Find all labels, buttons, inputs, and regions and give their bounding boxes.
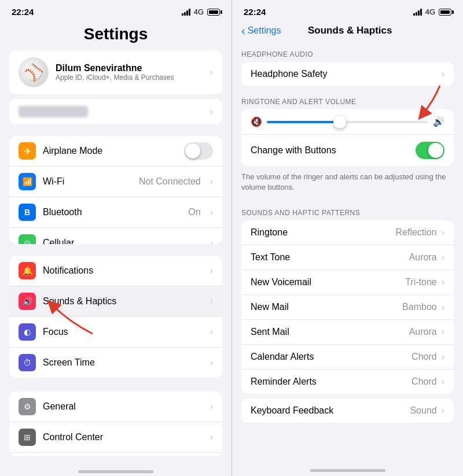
general-chevron-icon: ›: [210, 401, 213, 412]
focus-item[interactable]: ◐ Focus ›: [9, 317, 222, 348]
signal-icon: [182, 9, 190, 16]
ringtone-volume-container: RINGTONE AND ALERT VOLUME: [232, 88, 463, 109]
ringtone-chevron-icon: ›: [442, 227, 444, 238]
change-with-buttons-label: Change with Buttons: [251, 145, 416, 156]
back-button[interactable]: ‹ Settings: [241, 25, 281, 36]
keyboard-feedback-card: Keyboard Feedback Sound ›: [241, 398, 454, 423]
notifications-item[interactable]: 🔔 Notifications ›: [9, 256, 222, 286]
notifications-label: Notifications: [43, 265, 203, 276]
reminder-alerts-chevron-icon: ›: [442, 377, 444, 387]
new-mail-label: New Mail: [251, 302, 398, 312]
text-tone-item[interactable]: Text Tone Aurora ›: [241, 245, 454, 270]
screen-time-label: Screen Time: [43, 357, 203, 368]
screen-time-icon: ⏱: [19, 354, 36, 371]
ringtone-section-header: RINGTONE AND ALERT VOLUME: [232, 88, 463, 109]
control-center-label: Control Center: [43, 432, 203, 442]
keyboard-feedback-chevron-icon: ›: [442, 405, 444, 416]
profile-chevron-icon: ›: [210, 67, 213, 78]
screen-time-chevron-icon: ›: [210, 357, 213, 368]
profile-card[interactable]: ⚾ Dilum Senevirathne Apple ID, iCloud+, …: [9, 50, 222, 94]
new-mail-item[interactable]: New Mail Bamboo ›: [241, 295, 454, 320]
sounds-icon: 🔊: [19, 293, 36, 310]
sounds-chevron-icon: ›: [210, 296, 213, 307]
calendar-alerts-chevron-icon: ›: [442, 352, 444, 362]
right-phone: 22:24 4G ‹ Settings Sounds & Haptics HEA…: [232, 0, 463, 476]
headphone-safety-chevron-icon: ›: [442, 69, 444, 79]
new-voicemail-label: New Voicemail: [251, 277, 400, 287]
change-with-buttons-toggle[interactable]: [416, 142, 444, 159]
home-bar: [78, 470, 153, 473]
bluetooth-item[interactable]: B Bluetooth On ›: [9, 197, 222, 228]
left-phone: 22:24 4G Settings ⚾ Dilum Senevirathne A…: [0, 0, 232, 476]
cellular-item[interactable]: ◎ Cellular ›: [9, 228, 222, 244]
bluetooth-value: On: [188, 207, 200, 217]
right-battery-icon: [439, 9, 451, 16]
blurred-content: [19, 106, 88, 117]
second-profile-row[interactable]: ›: [9, 99, 222, 124]
sent-mail-item[interactable]: Sent Mail Aurora ›: [241, 320, 454, 345]
control-center-icon: ⊞: [19, 429, 36, 446]
display-brightness-item[interactable]: AA Display & Brightness ›: [9, 453, 222, 456]
airplane-mode-item[interactable]: ✈ Airplane Mode: [9, 136, 222, 167]
sounds-patterns-header: SOUNDS AND HAPTIC PATTERNS: [232, 200, 463, 220]
slider-thumb[interactable]: [333, 116, 346, 128]
volume-slider[interactable]: [267, 121, 428, 123]
sounds-label: Sounds & Haptics: [43, 296, 203, 307]
general-group: ⚙ General › ⊞ Control Center › AA Displa…: [9, 392, 222, 456]
reminder-alerts-value: Chord: [411, 377, 437, 387]
ringtone-value: Reflection: [396, 227, 437, 238]
left-home-indicator: [0, 468, 232, 476]
slider-fill: [267, 121, 340, 123]
profile-name: Dilum Senevirathne: [56, 63, 203, 73]
new-voicemail-item[interactable]: New Voicemail Tri-tone ›: [241, 270, 454, 295]
bluetooth-icon: B: [19, 204, 36, 221]
change-with-buttons-row: Change with Buttons: [251, 142, 444, 159]
new-voicemail-value: Tri-tone: [405, 277, 437, 287]
text-tone-chevron-icon: ›: [442, 252, 444, 263]
cellular-icon: ◎: [19, 234, 36, 244]
battery-icon: [207, 9, 220, 16]
reminder-alerts-item[interactable]: Reminder Alerts Chord ›: [241, 370, 454, 394]
left-status-bar: 22:24 4G: [0, 0, 232, 20]
right-signal-icon: [413, 9, 422, 16]
back-label: Settings: [248, 25, 281, 36]
screen-time-item[interactable]: ⏱ Screen Time ›: [9, 348, 222, 378]
calendar-alerts-value: Chord: [411, 352, 437, 362]
second-row-chevron-icon: ›: [210, 106, 213, 117]
right-time: 22:24: [244, 7, 266, 17]
calendar-alerts-label: Calendar Alerts: [251, 352, 407, 362]
nav-bar: ‹ Settings Sounds & Haptics: [232, 20, 463, 41]
sounds-haptics-item[interactable]: 🔊 Sounds & Haptics ›: [9, 286, 222, 317]
cellular-label: Cellular: [43, 238, 203, 244]
notifications-chevron-icon: ›: [210, 265, 213, 276]
bluetooth-label: Bluetooth: [43, 207, 181, 217]
bluetooth-chevron-icon: ›: [210, 207, 213, 217]
sent-mail-chevron-icon: ›: [442, 327, 444, 337]
keyboard-feedback-label: Keyboard Feedback: [251, 405, 405, 416]
wifi-item[interactable]: 📶 Wi-Fi Not Connected ›: [9, 167, 222, 197]
notifications-group: 🔔 Notifications › 🔊 Sounds & Haptics › ◐…: [9, 256, 222, 378]
reminder-alerts-label: Reminder Alerts: [251, 377, 407, 387]
right-network-label: 4G: [425, 8, 435, 16]
headphone-safety-item[interactable]: Headphone Safety ›: [241, 62, 454, 86]
general-item[interactable]: ⚙ General ›: [9, 392, 222, 422]
settings-title: Settings: [9, 25, 222, 43]
calendar-alerts-item[interactable]: Calendar Alerts Chord ›: [241, 345, 454, 370]
control-center-item[interactable]: ⊞ Control Center ›: [9, 422, 222, 453]
focus-chevron-icon: ›: [210, 327, 213, 337]
keyboard-feedback-value: Sound: [410, 405, 436, 416]
new-voicemail-chevron-icon: ›: [442, 277, 444, 287]
ringtone-item[interactable]: Ringtone Reflection ›: [241, 220, 454, 245]
new-mail-chevron-icon: ›: [442, 302, 444, 312]
ringtone-label: Ringtone: [251, 227, 391, 238]
wifi-icon: 📶: [19, 173, 36, 190]
left-status-icons: 4G: [182, 8, 220, 16]
general-icon: ⚙: [19, 398, 36, 415]
keyboard-feedback-item[interactable]: Keyboard Feedback Sound ›: [241, 398, 454, 423]
focus-label: Focus: [43, 327, 203, 337]
volume-card: 🔇 🔊 Change with Buttons: [241, 109, 454, 166]
headphone-section-header: HEADPHONE AUDIO: [232, 41, 463, 62]
airplane-toggle[interactable]: [184, 142, 213, 160]
notifications-icon: 🔔: [19, 262, 36, 279]
airplane-icon: ✈: [19, 142, 36, 160]
